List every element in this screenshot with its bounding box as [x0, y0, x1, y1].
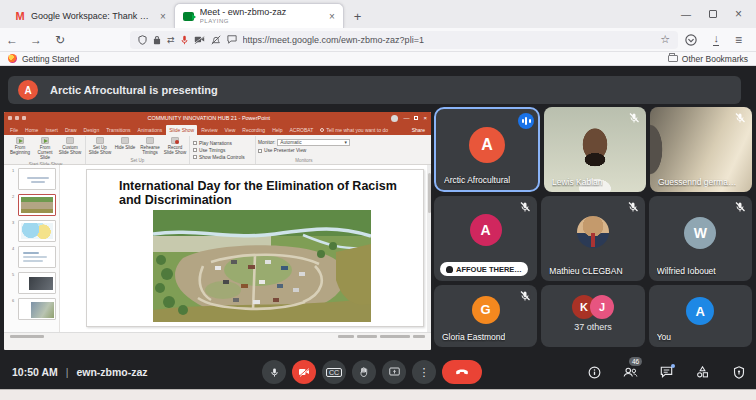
participant-grid: A Arctic Afrocultural Lewis Kablan Guess… [434, 107, 752, 349]
tile-gloria-eastmond[interactable]: G Gloria Eastmond [434, 285, 537, 347]
slide-thumbnail-3[interactable] [18, 220, 56, 242]
notifications-blocked-icon[interactable] [211, 35, 221, 45]
slide-thumbnail-4[interactable] [18, 246, 56, 268]
chat-icon[interactable] [659, 365, 674, 380]
ppt-status-bar [4, 332, 431, 340]
thumb-number: 1 [12, 168, 16, 190]
raise-hand-button[interactable] [352, 360, 376, 384]
ppt-tell-me: Tell me what you want to do [317, 125, 391, 135]
ppt-tab-design: Design [81, 125, 103, 135]
thumb-number: 2 [12, 194, 16, 216]
bookmark-star-icon[interactable]: ☆ [660, 33, 670, 46]
meeting-info: 10:50 AM | ewn-zbmo-zaz [0, 366, 148, 378]
camera-off-button[interactable] [292, 360, 316, 384]
minimize-icon[interactable]: — [681, 9, 691, 20]
tab-gmail[interactable]: M Google Workspace: Thank you × [6, 4, 174, 28]
tile-others[interactable]: K J 37 others [541, 285, 644, 347]
slide-thumbnail-5[interactable] [18, 272, 56, 294]
ppt-from-beginning-button: From Beginning [8, 137, 32, 161]
mic-muted-icon [627, 201, 639, 213]
mic-button[interactable] [262, 360, 286, 384]
end-call-button[interactable] [442, 360, 482, 384]
more-options-button[interactable]: ⋮ [412, 360, 436, 384]
thumb-number: 3 [12, 220, 16, 242]
hand-raised-icon [446, 266, 453, 273]
tile-lewis-kablan[interactable]: Lewis Kablan [544, 107, 646, 192]
ppt-use-timings-checkbox: Use Timings [193, 148, 252, 153]
ppt-rehearse-timings-button: Rehearse Timings [138, 137, 162, 157]
chat-permission-icon[interactable] [227, 35, 237, 44]
people-icon[interactable]: 46 [623, 365, 638, 380]
bookmark-getting-started[interactable]: Getting Started [22, 54, 79, 64]
ppt-tab-acrobat: ACROBAT [286, 125, 316, 135]
participant-name: Guessennd germa… [658, 177, 736, 187]
slide-thumbnail-2-selected[interactable] [18, 194, 56, 216]
chevron-down-icon: ▾ [345, 140, 347, 145]
presenter-avatar: A [18, 80, 38, 100]
current-slide: International Day for the Elimination of… [86, 169, 424, 327]
host-controls-icon[interactable] [731, 365, 746, 380]
forward-icon[interactable]: → [24, 33, 48, 47]
lock-icon[interactable] [153, 35, 161, 45]
chat-notification-dot [671, 364, 675, 368]
tile-mathieu-clegban[interactable]: Mathieu CLEGBAN [541, 196, 644, 281]
meet-control-bar: 10:50 AM | ewn-zbmo-zaz CC ⋮ [0, 355, 756, 389]
tile-affoue[interactable]: A AFFOUE THERE… [434, 196, 537, 281]
ppt-maximize-icon [414, 116, 418, 120]
ppt-tab-insert: Insert [42, 125, 61, 135]
others-count: 37 others [541, 322, 644, 332]
pocket-save-icon[interactable] [685, 34, 697, 46]
ppt-tab-animations: Animations [134, 125, 165, 135]
toolbar-right-icons: ↓ ≡ [685, 33, 756, 47]
ppt-group-monitors: Monitors [258, 157, 350, 164]
ppt-from-current-slide-button: From Current Slide [33, 137, 57, 161]
ppt-window-controls: — × [391, 115, 427, 122]
tile-arctic-afrocultural[interactable]: A Arctic Afrocultural [434, 107, 540, 192]
ppt-tab-home: Home [22, 125, 41, 135]
close-icon[interactable]: × [329, 11, 335, 22]
maximize-icon[interactable] [709, 10, 717, 18]
downloads-icon[interactable]: ↓ [713, 33, 719, 46]
reload-icon[interactable]: ↻ [48, 33, 72, 47]
shared-presentation[interactable]: COMMUNITY INNOVATION HUB 21 - PowerPoint… [4, 112, 431, 350]
meeting-code: ewn-zbmo-zaz [76, 366, 147, 378]
captions-button[interactable]: CC [322, 360, 346, 384]
slide-thumbnail-6[interactable] [18, 298, 56, 320]
participant-name: You [657, 332, 671, 342]
lightbulb-icon [320, 128, 324, 132]
meeting-details-icon[interactable] [587, 365, 602, 380]
mic-muted-icon [519, 290, 531, 302]
gmail-icon: M [14, 10, 26, 22]
mic-muted-icon [519, 201, 531, 213]
ppt-scrollbar[interactable] [427, 165, 431, 332]
address-bar[interactable]: ⇄ https://meet.google.com/ewn-zbmo-zaz?p… [130, 31, 678, 49]
participant-name: Lewis Kablan [552, 177, 603, 187]
back-icon[interactable]: ← [0, 33, 24, 47]
tile-guessennd[interactable]: Guessennd germa… [650, 107, 752, 192]
ppt-slide-canvas: International Day for the Elimination of… [60, 165, 431, 332]
mic-in-use-icon[interactable] [181, 35, 188, 45]
grouped-avatars: K J [572, 295, 614, 319]
ppt-custom-slide-show-button: Custom Slide Show [58, 137, 82, 161]
url-text[interactable]: https://meet.google.com/ewn-zbmo-zaz?pli… [243, 35, 655, 45]
ppt-tab-draw: Draw [62, 125, 80, 135]
close-window-icon[interactable]: × [735, 7, 742, 21]
tile-you[interactable]: A You [649, 285, 752, 347]
avatar: W [684, 217, 716, 249]
present-screen-button[interactable] [382, 360, 406, 384]
new-tab-button[interactable]: + [344, 4, 372, 28]
tab-meet[interactable]: Meet - ewn-zbmo-zaz PLAYING × [174, 3, 344, 28]
other-bookmarks[interactable]: Other Bookmarks [668, 54, 748, 64]
thumb-number: 4 [12, 246, 16, 268]
tile-wilfried[interactable]: W Wilfried Iobouet [649, 196, 752, 281]
slide-thumbnail-1[interactable] [18, 168, 56, 190]
activities-icon[interactable] [695, 365, 710, 380]
camera-blocked-icon[interactable] [194, 35, 205, 44]
ppt-tab-transitions: Transitions [103, 125, 133, 135]
menu-icon[interactable]: ≡ [735, 33, 742, 47]
close-icon[interactable]: × [160, 11, 166, 22]
ppt-ribbon-tabs: File Home Insert Draw Design Transitions… [4, 124, 431, 135]
shield-icon[interactable] [138, 35, 147, 45]
permissions-swap-icon[interactable]: ⇄ [167, 35, 175, 45]
people-count-badge: 46 [629, 357, 642, 366]
